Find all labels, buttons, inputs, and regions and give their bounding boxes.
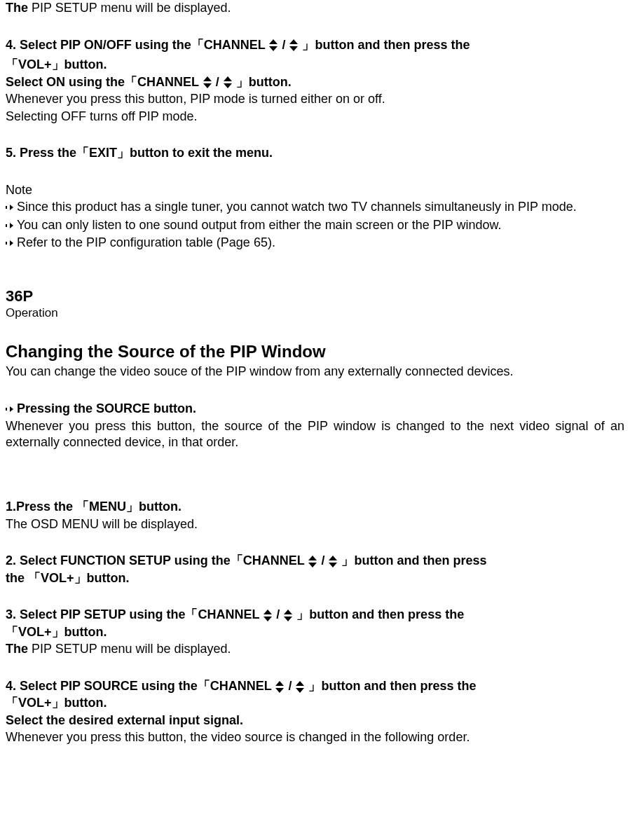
note-1: Since this product has a single tuner, y…: [6, 199, 624, 216]
step4b-post: 」button.: [236, 75, 292, 89]
updown-icon: [289, 39, 298, 51]
b-step3-mid: /: [276, 607, 283, 621]
updown-icon: [224, 76, 232, 88]
press-source-heading-line: Pressing the SOURCE button.: [6, 401, 624, 418]
note-heading: Note: [6, 182, 624, 198]
b-step2-mid: /: [321, 553, 328, 567]
pip-setup-displayed-1: The PIP SETUP menu will be displayed.: [6, 0, 624, 16]
step4b-body1: Whenever you press this button, PIP mode…: [6, 91, 624, 107]
b-step1-body: The OSD MENU will be displayed.: [6, 516, 624, 532]
note-2: You can only listen to one sound output …: [6, 217, 624, 234]
hand-point-icon: [6, 200, 14, 216]
b-step3-post: 」button and then press the: [296, 607, 464, 621]
updown-icon: [296, 681, 304, 693]
b-step4-post: 」button and then press the: [308, 679, 476, 693]
b-step2-line1: 2. Select FUNCTION SETUP using the「CHANN…: [6, 553, 624, 569]
note3-text: Refer to the PIP configuration table (Pa…: [17, 235, 275, 249]
note2-text: You can only listen to one sound output …: [17, 218, 501, 232]
note-3: Refer to the PIP configuration table (Pa…: [6, 235, 624, 252]
b-step3-body: The PIP SETUP menu will be displayed.: [6, 641, 624, 657]
updown-icon: [203, 76, 212, 88]
updown-icon: [275, 681, 284, 693]
section-heading: Changing the Source of the PIP Window: [6, 341, 624, 362]
page-section: Operation: [6, 305, 624, 320]
step4a-pre: 4. Select PIP ON/OFF using the「CHANNEL: [6, 38, 265, 52]
b-step4-body: Whenever you press this button, the vide…: [6, 729, 624, 745]
page-number: 36P: [6, 287, 624, 306]
b-step3-line1: 3. Select PIP SETUP using the「CHANNEL / …: [6, 607, 624, 623]
updown-icon: [308, 556, 317, 567]
b-step4-mid: /: [288, 679, 295, 693]
hand-point-icon: [6, 235, 14, 252]
b-step3-pre: 3. Select PIP SETUP using the「CHANNEL: [6, 607, 259, 621]
hand-point-icon: [6, 401, 14, 418]
step5-line: 5. Press the「EXIT」button to exit the men…: [6, 145, 624, 161]
step4b-body2: Selecting OFF turns off PIP mode.: [6, 109, 624, 125]
step4b-pre: Select ON using the「CHANNEL: [6, 75, 199, 89]
updown-icon: [329, 556, 337, 567]
b-step4-line2: 「VOL+」button.: [6, 695, 624, 711]
b-step3-body-rest: PIP SETUP menu will be displayed.: [28, 642, 231, 656]
step4a-line1: 4. Select PIP ON/OFF using the「CHANNEL /…: [6, 37, 624, 53]
b-step4-line1: 4. Select PIP SOURCE using the「CHANNEL /…: [6, 678, 624, 694]
updown-icon: [269, 39, 278, 51]
hand-point-icon: [6, 218, 14, 234]
top-line-rest: PIP SETUP menu will be displayed.: [28, 1, 231, 15]
step4a-mid: /: [282, 38, 289, 52]
step4b-mid: /: [216, 75, 223, 89]
press-source-heading: Pressing the SOURCE button.: [17, 401, 196, 415]
b-step4-pre: 4. Select PIP SOURCE using the「CHANNEL: [6, 679, 271, 693]
note1-text: Since this product has a single tuner, y…: [17, 200, 577, 214]
b-step2-post: 」button and then press: [341, 553, 486, 567]
updown-icon: [284, 610, 292, 621]
b-step2-pre: 2. Select FUNCTION SETUP using the「CHANN…: [6, 553, 304, 567]
updown-icon: [263, 610, 272, 621]
b-step4-sub: Select the desired external input signal…: [6, 712, 624, 729]
step4a-post: 」button and then press the: [302, 38, 470, 52]
b-step2-line2: the 「VOL+」button.: [6, 570, 624, 586]
step4a-line2: 「VOL+」button.: [6, 57, 624, 73]
b-step3-line2: 「VOL+」button.: [6, 624, 624, 640]
section-subtext: You can change the video souce of the PI…: [6, 364, 624, 380]
step4b-line1: Select ON using the「CHANNEL / 」button.: [6, 74, 624, 90]
b-step3-body-prefix: The: [6, 642, 28, 656]
b-step1: 1.Press the 「MENU」button.: [6, 499, 624, 515]
press-source-body: Whenever you press this button, the sour…: [6, 418, 624, 450]
the-prefix: The: [6, 1, 28, 15]
